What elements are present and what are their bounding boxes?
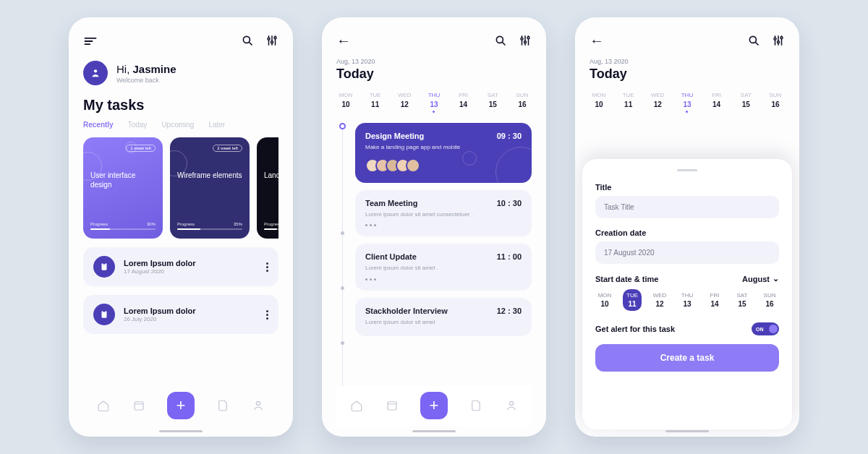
- svg-point-35: [778, 41, 780, 43]
- bottom-nav: +: [83, 386, 278, 427]
- svg-rect-12: [102, 263, 107, 270]
- document-icon[interactable]: [216, 399, 229, 412]
- month-selector[interactable]: August⌄: [742, 274, 779, 283]
- card-title: Landing design: [264, 171, 278, 180]
- home-icon[interactable]: [97, 399, 110, 412]
- day-cell[interactable]: SUN16: [513, 92, 532, 113]
- list-item-title: Lorem Ipsum dolor: [124, 307, 196, 315]
- calendar-icon[interactable]: [386, 399, 399, 412]
- day-cell[interactable]: MON10: [590, 92, 608, 113]
- day-cell[interactable]: FRI14: [454, 92, 473, 113]
- card-title: User interface design: [90, 171, 156, 189]
- svg-point-8: [271, 41, 273, 43]
- more-icon[interactable]: [365, 278, 522, 280]
- search-icon[interactable]: [494, 34, 507, 47]
- svg-rect-13: [103, 262, 106, 264]
- event-card[interactable]: Design Meeting09 : 30 Make a landing pag…: [355, 123, 532, 183]
- list-item[interactable]: Lorem Ipsum dolor26 July 2020: [83, 295, 278, 334]
- clipboard-icon: [93, 304, 115, 325]
- title-label: Title: [595, 183, 779, 192]
- week-strip: MON10TUE11WED12THU13FRI14SAT15SUN16: [590, 92, 785, 113]
- search-icon[interactable]: [241, 34, 254, 47]
- svg-rect-27: [388, 402, 396, 410]
- day-cell[interactable]: WED12: [650, 289, 669, 311]
- day-cell[interactable]: WED12: [395, 92, 414, 113]
- title-input[interactable]: Task Title: [595, 196, 779, 218]
- event-title: Design Meeting: [365, 132, 424, 140]
- add-button[interactable]: +: [420, 392, 448, 419]
- profile-icon[interactable]: [505, 399, 518, 412]
- topbar: ←: [590, 30, 785, 51]
- svg-line-31: [755, 42, 758, 45]
- week-strip: MON10TUE11WED12THU13FRI14SAT15SUN16: [336, 92, 532, 113]
- back-icon[interactable]: ←: [590, 33, 604, 49]
- event-card[interactable]: Client Update11 : 00 Lorem ipsum dolor s…: [355, 244, 532, 290]
- home-icon[interactable]: [350, 399, 363, 412]
- date-label: Aug, 13 2020: [336, 58, 532, 65]
- more-icon[interactable]: [266, 262, 268, 272]
- tab-recently[interactable]: Recently: [83, 121, 114, 129]
- day-cell[interactable]: TUE11: [619, 92, 638, 113]
- more-icon[interactable]: [365, 224, 522, 226]
- svg-point-11: [94, 69, 97, 72]
- task-card[interactable]: 2 week left Wireframe elements Progress3…: [170, 137, 250, 239]
- day-cell[interactable]: SAT15: [733, 289, 752, 311]
- greeting-text: Hi, Jasmine: [116, 63, 176, 75]
- day-cell[interactable]: FRI14: [707, 92, 726, 113]
- day-cell[interactable]: SUN16: [766, 92, 785, 113]
- profile-icon[interactable]: [252, 399, 265, 412]
- day-cell[interactable]: THU13: [678, 289, 697, 311]
- create-task-button[interactable]: Create a task: [595, 344, 779, 372]
- day-cell[interactable]: TUE11: [623, 289, 642, 311]
- back-icon[interactable]: ←: [336, 33, 351, 49]
- creation-date-input[interactable]: 17 August 2020: [595, 241, 779, 264]
- tab-later[interactable]: Later: [208, 121, 225, 129]
- list-item[interactable]: Lorem Ipsum dolor17 August 2020: [83, 247, 278, 286]
- task-card[interactable]: 1 week left User interface design Progre…: [83, 137, 163, 239]
- today-heading: Today: [336, 67, 532, 82]
- event-time: 12 : 30: [497, 307, 522, 315]
- event-desc: Lorem ipsum dolor sit amet consectetuer …: [365, 210, 522, 218]
- day-cell[interactable]: THU13: [678, 92, 697, 113]
- event-card[interactable]: Team Meeting10 : 30 Lorem ipsum dolor si…: [355, 190, 532, 236]
- creation-date-label: Creation date: [595, 228, 779, 237]
- more-icon[interactable]: [266, 310, 268, 320]
- day-cell[interactable]: TUE11: [366, 92, 385, 113]
- event-title: Stackholder Interview: [365, 307, 448, 315]
- svg-rect-16: [135, 402, 143, 410]
- add-button[interactable]: +: [167, 392, 195, 419]
- task-card[interactable]: Landing design Progress: [257, 137, 278, 239]
- sheet-handle[interactable]: [677, 169, 697, 171]
- list-item-title: Lorem Ipsum dolor: [124, 259, 196, 267]
- day-cell[interactable]: FRI14: [705, 289, 724, 311]
- document-icon[interactable]: [469, 399, 482, 412]
- day-cell[interactable]: MON10: [595, 289, 614, 311]
- filter-icon[interactable]: [772, 34, 785, 47]
- create-task-sheet: Title Task Title Creation date 17 August…: [582, 159, 792, 429]
- start-date-label: Start date & time: [595, 275, 658, 283]
- svg-point-29: [509, 401, 513, 405]
- event-card[interactable]: Stackholder Interview12 : 30 Lorem ipsum…: [355, 298, 532, 336]
- tab-upcoming[interactable]: Upcoming: [161, 121, 194, 129]
- menu-icon[interactable]: [83, 34, 96, 47]
- search-icon[interactable]: [747, 34, 760, 47]
- day-cell[interactable]: WED12: [648, 92, 667, 113]
- list-item-date: 26 July 2020: [124, 316, 196, 322]
- task-tabs: Recently Today Upcoming Later: [83, 121, 278, 129]
- filter-icon[interactable]: [265, 34, 278, 47]
- bottom-nav: +: [336, 386, 532, 427]
- screen-today: ← Aug, 13 2020 Today MON10TUE11WED12THU1…: [322, 17, 546, 437]
- filter-icon[interactable]: [519, 34, 532, 47]
- day-cell[interactable]: SUN16: [760, 289, 779, 311]
- avatar[interactable]: [83, 61, 108, 85]
- calendar-icon[interactable]: [132, 399, 145, 412]
- day-cell[interactable]: THU13: [425, 92, 443, 113]
- alert-toggle[interactable]: ON: [752, 322, 779, 335]
- day-cell[interactable]: MON10: [336, 92, 355, 113]
- day-cell[interactable]: SAT15: [736, 92, 755, 113]
- day-cell[interactable]: SAT15: [483, 92, 502, 113]
- tab-today[interactable]: Today: [128, 121, 148, 129]
- svg-point-10: [274, 37, 276, 39]
- topbar: ←: [336, 30, 532, 51]
- topbar: [83, 30, 278, 51]
